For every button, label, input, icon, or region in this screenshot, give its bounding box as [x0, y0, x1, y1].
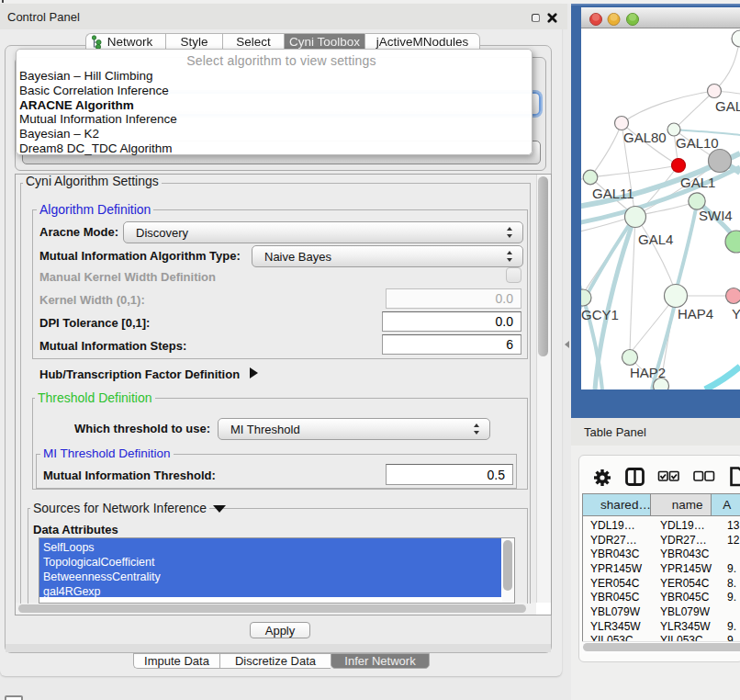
svg-text:GAL7: GAL7 [715, 98, 740, 114]
svg-text:GCY1: GCY1 [581, 307, 619, 322]
svg-text:HAP4: HAP4 [678, 306, 713, 322]
svg-text:GAL80: GAL80 [623, 130, 667, 145]
svg-text:GAL10: GAL10 [676, 135, 719, 151]
svg-text:Y: Y [732, 306, 740, 322]
svg-text:GAL1: GAL1 [680, 175, 715, 190]
svg-text:SWI4: SWI4 [699, 208, 733, 223]
svg-text:HAP2: HAP2 [630, 365, 666, 380]
svg-text:GAL11: GAL11 [592, 186, 634, 201]
svg-text:GAL4: GAL4 [638, 231, 673, 247]
